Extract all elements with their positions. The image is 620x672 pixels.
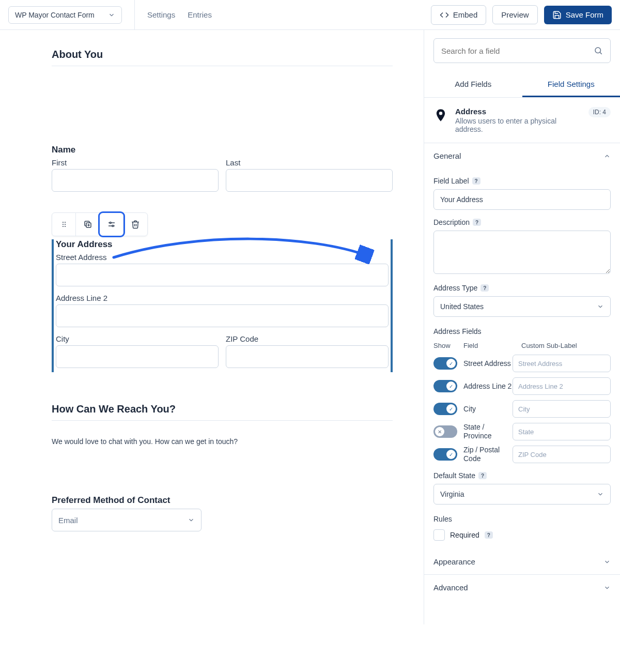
accordion-general[interactable]: General	[424, 143, 620, 169]
topbar: WP Mayor Contact Form Settings Entries E…	[0, 0, 620, 30]
field-type-desc: Allows users to enter a physical address…	[455, 117, 581, 133]
show-toggle[interactable]: ✓	[433, 403, 457, 415]
zip-input[interactable]	[226, 345, 389, 368]
default-state-heading: Default State ?	[433, 471, 611, 480]
field-label-heading: Field Label ?	[433, 177, 611, 185]
help-icon[interactable]: ?	[481, 284, 489, 292]
search-field[interactable]	[433, 38, 611, 63]
chevron-down-icon	[597, 491, 604, 498]
svg-point-4	[63, 226, 64, 227]
field-type-info: Address Allows users to enter a physical…	[424, 98, 620, 143]
accordion-label: Appearance	[433, 557, 475, 566]
code-icon	[440, 10, 449, 20]
rules-heading: Rules	[433, 515, 611, 523]
grip-icon	[60, 220, 68, 228]
location-icon	[433, 108, 448, 123]
city-input[interactable]	[56, 345, 219, 368]
show-toggle[interactable]: ✓	[433, 448, 457, 461]
field-name: Zip / Postal Code	[463, 446, 513, 463]
last-input[interactable]	[226, 169, 393, 192]
duplicate-button[interactable]	[76, 213, 100, 236]
field-settings-button[interactable]	[100, 213, 123, 236]
address-type-value: United States	[440, 302, 484, 311]
search-input[interactable]	[441, 47, 594, 55]
field-type-title: Address	[455, 107, 581, 116]
field-name: Address Line 2	[463, 382, 513, 391]
svg-point-13	[595, 48, 601, 53]
chevron-up-icon	[603, 152, 611, 160]
embed-button[interactable]: Embed	[431, 5, 487, 25]
drag-handle[interactable]	[52, 213, 76, 236]
description-input[interactable]	[433, 231, 611, 274]
show-toggle[interactable]: ✓	[433, 380, 457, 392]
svg-point-2	[63, 224, 64, 225]
reach-description: We would love to chat with you. How can …	[52, 437, 393, 446]
svg-point-3	[65, 224, 66, 225]
line2-input[interactable]	[56, 304, 389, 327]
help-icon[interactable]: ?	[473, 219, 481, 226]
col-custom: Custom Sub-Label	[521, 342, 611, 349]
sublabel-input[interactable]	[513, 377, 611, 395]
street-label: Street Address	[56, 253, 389, 262]
nav-settings[interactable]: Settings	[147, 10, 175, 19]
tab-field-settings[interactable]: Field Settings	[522, 73, 621, 97]
field-label-input[interactable]	[433, 189, 611, 210]
save-form-button[interactable]: Save Form	[544, 6, 612, 24]
first-input[interactable]	[52, 169, 219, 192]
help-icon[interactable]: ?	[472, 177, 481, 185]
delete-button[interactable]	[123, 213, 147, 236]
search-icon	[594, 46, 603, 55]
chevron-down-icon	[108, 11, 115, 19]
help-icon[interactable]: ?	[485, 531, 493, 539]
sublabel-input[interactable]	[513, 446, 611, 463]
first-label: First	[52, 158, 219, 167]
street-input[interactable]	[56, 264, 389, 286]
sublabel-input[interactable]	[513, 400, 611, 418]
preview-label: Preview	[501, 10, 529, 19]
divider	[52, 66, 393, 66]
preferred-select[interactable]: Email	[52, 509, 202, 531]
help-icon[interactable]: ?	[478, 472, 487, 479]
field-name: State / Province	[463, 423, 513, 440]
address-field[interactable]: Your Address Street Address Address Line…	[52, 239, 393, 372]
description-heading: Description ?	[433, 218, 611, 226]
name-label: Name	[52, 145, 393, 155]
preview-button[interactable]: Preview	[492, 5, 537, 24]
divider	[52, 420, 393, 421]
default-state-select[interactable]: Virginia	[433, 484, 611, 505]
sidebar: Add Fields Field Settings Address Allows…	[424, 30, 620, 624]
accordion-appearance[interactable]: Appearance	[424, 549, 620, 575]
accordion-advanced[interactable]: Advanced	[424, 575, 620, 600]
chevron-down-icon	[603, 584, 611, 591]
field-id-badge: ID: 4	[588, 107, 611, 117]
required-label: Required	[450, 531, 479, 539]
address-type-select[interactable]: United States	[433, 296, 611, 317]
address-field-row: ✕State / Province	[433, 423, 611, 440]
embed-label: Embed	[453, 10, 478, 19]
sidebar-tabs: Add Fields Field Settings	[424, 73, 620, 98]
address-field-row: ✓Address Line 2	[433, 377, 611, 395]
field-toolbar	[52, 212, 148, 236]
svg-point-11	[110, 222, 111, 224]
form-picker[interactable]: WP Mayor Contact Form	[8, 6, 122, 24]
preferred-label: Preferred Method of Contact	[52, 495, 393, 506]
sliders-icon	[107, 220, 116, 229]
field-name: City	[463, 405, 513, 414]
required-checkbox[interactable]	[433, 529, 445, 541]
address-field-row: ✓Street Address	[433, 355, 611, 372]
tab-add-fields[interactable]: Add Fields	[424, 73, 522, 97]
show-toggle[interactable]: ✕	[433, 425, 457, 438]
section-reach-you: How Can We Reach You?	[52, 403, 393, 415]
sublabel-input[interactable]	[513, 423, 611, 440]
show-toggle[interactable]: ✓	[433, 357, 457, 370]
required-option: Required ?	[433, 529, 611, 541]
nav-entries[interactable]: Entries	[188, 10, 212, 19]
zip-label: ZIP Code	[226, 334, 389, 343]
svg-point-0	[63, 222, 64, 223]
field-name: Street Address	[463, 359, 513, 368]
divider	[134, 0, 135, 29]
address-fields-header: Show Field Custom Sub-Label	[433, 342, 611, 349]
svg-point-12	[112, 225, 113, 227]
save-label: Save Form	[566, 10, 603, 19]
sublabel-input[interactable]	[513, 355, 611, 372]
